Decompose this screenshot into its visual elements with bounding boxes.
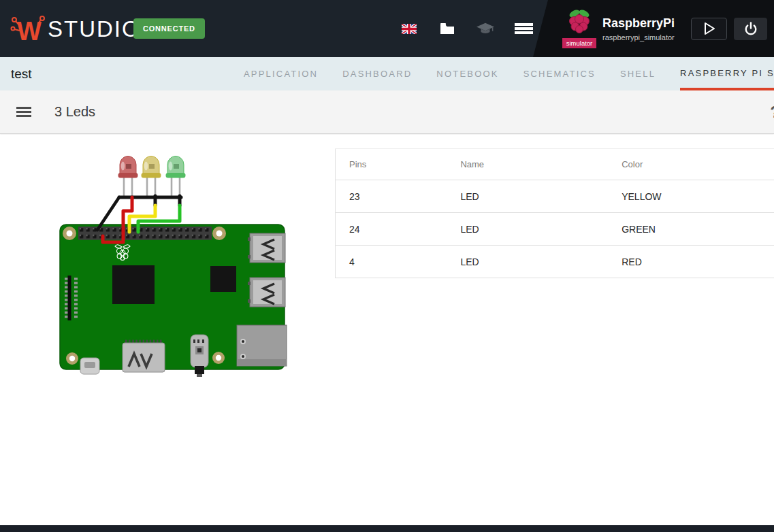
device-id: raspberrypi_simulator (602, 33, 675, 41)
simulator-content: Pins Name Color 23 LED YELLOW 24 LED GRE… (0, 135, 774, 525)
top-header: W STUDIO CONNECTED (0, 0, 774, 57)
raspberry-icon (565, 9, 594, 33)
micro-usb-port (80, 358, 99, 374)
led-green (166, 156, 186, 178)
play-icon (698, 20, 720, 37)
status-bar (0, 525, 774, 532)
cell-pin: 24 (336, 213, 447, 246)
help-icon[interactable]: ? (770, 103, 774, 122)
device-name: RaspberryPi (602, 16, 675, 31)
device-info: RaspberryPi raspberrypi_simulator (602, 16, 675, 41)
raspberry-pi-board-illustration (58, 144, 289, 378)
pin-table-header-row: Pins Name Color (336, 149, 774, 180)
graduation-cap-icon[interactable] (477, 20, 494, 37)
brand-logo[interactable]: W STUDIO (10, 12, 141, 46)
table-row: 23 LED YELLOW (336, 180, 774, 213)
widget-toolbar: 3 Leds ? (0, 90, 774, 134)
brand-w-icon: W (10, 12, 46, 46)
cell-name: LED (447, 246, 608, 278)
folder-icon[interactable] (438, 20, 456, 37)
tabs: APPLICATION DASHBOARD NOTEBOOK SCHEMATIC… (231, 57, 774, 90)
widget-title: 3 Leds (54, 104, 95, 120)
table-row: 24 LED GREEN (336, 213, 774, 246)
audio-jack (191, 335, 208, 377)
cell-color: YELLOW (608, 180, 774, 213)
led-legs (124, 177, 180, 197)
device-panel: simulator RaspberryPi raspberrypi_simula… (533, 0, 774, 57)
simulator-badge: simulator (562, 38, 597, 48)
widget-menu-icon[interactable] (16, 104, 31, 119)
raspberry-pi-logo[interactable]: simulator (562, 9, 597, 48)
cell-pin: 23 (336, 180, 447, 213)
project-name: test (11, 57, 32, 90)
pin-table: Pins Name Color 23 LED YELLOW 24 LED GRE… (335, 148, 774, 278)
tab-notebook[interactable]: NOTEBOOK (424, 57, 511, 90)
led-yellow (142, 156, 161, 178)
tab-dashboard[interactable]: DASHBOARD (330, 57, 424, 90)
table-row: 4 LED RED (336, 246, 774, 278)
hdmi-port (123, 342, 165, 372)
project-tab-bar: test APPLICATION DASHBOARD NOTEBOOK SCHE… (0, 57, 774, 90)
cell-pin: 4 (336, 246, 447, 278)
column-color: Color (608, 149, 774, 180)
tab-application[interactable]: APPLICATION (231, 57, 330, 90)
run-button[interactable] (691, 18, 727, 40)
cell-name: LED (447, 213, 608, 246)
column-pins: Pins (336, 149, 447, 180)
camera-connector (65, 276, 78, 320)
usb-port-top (248, 233, 285, 263)
tab-raspberry-pi-simulator[interactable]: RASPBERRY PI SIMULATOR (680, 57, 774, 90)
usb-chip (210, 266, 236, 292)
brand-name: STUDIO (48, 16, 141, 42)
usb-port-bottom (248, 278, 285, 307)
tab-schematics[interactable]: SCHEMATICS (511, 57, 608, 90)
tab-shell[interactable]: SHELL (608, 57, 668, 90)
svg-text:W: W (17, 17, 42, 46)
header-icon-group (400, 0, 532, 57)
connection-status-badge: CONNECTED (133, 18, 205, 39)
column-name: Name (447, 149, 608, 180)
cell-color: GREEN (608, 213, 774, 246)
pcb-board (60, 225, 287, 377)
ethernet-port (237, 325, 287, 366)
uk-flag-icon[interactable] (400, 20, 418, 37)
cell-color: RED (608, 246, 774, 278)
power-icon (742, 20, 760, 37)
app-window: W STUDIO CONNECTED (0, 0, 774, 532)
led-red (118, 156, 138, 178)
hamburger-menu-icon[interactable] (515, 20, 532, 37)
cell-name: LED (447, 180, 608, 213)
power-button[interactable] (734, 18, 767, 40)
soc-chip (112, 265, 155, 304)
